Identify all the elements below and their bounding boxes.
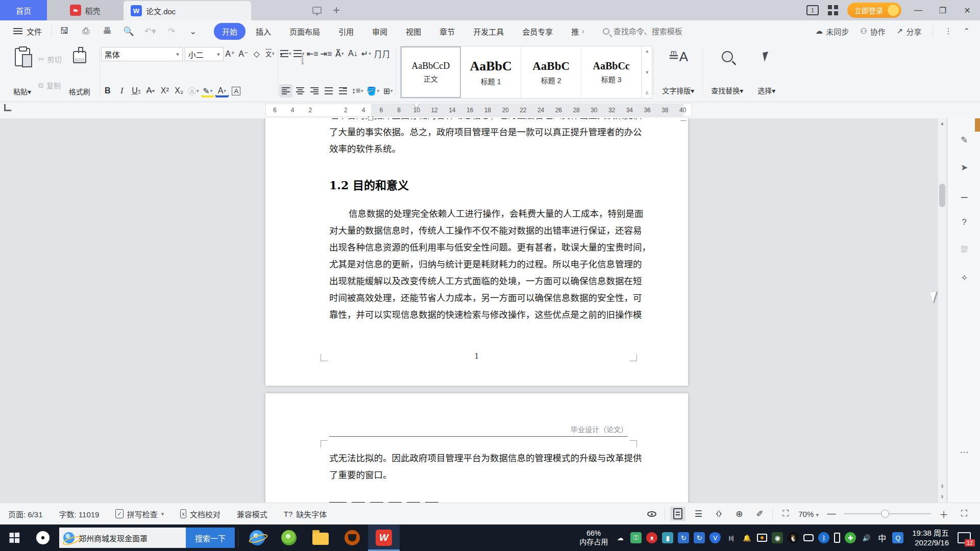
scrollbar-thumb[interactable] [939,184,945,207]
clear-format-button[interactable]: ◇ [250,47,263,60]
superscript-button[interactable]: X² [158,84,172,97]
window-mode-icon[interactable]: 1 [806,5,819,15]
ellipsis-icon[interactable]: ⋯ [957,445,971,459]
tab-recommend-truncated[interactable]: 推 [563,23,580,40]
char-scale-button[interactable]: ⺆⺆ [373,47,391,60]
tabs-overflow-arrow[interactable]: › [582,27,589,35]
pointer-icon[interactable]: ➤ [957,160,971,174]
highlight-color-button[interactable]: ✎▾ [201,84,214,97]
align-left-button[interactable] [279,84,292,97]
tag-tool-icon[interactable]: ⟡ [957,270,971,285]
select-button[interactable]: 选择▾ [750,46,782,98]
justify-button[interactable] [322,84,335,97]
cat-app-button[interactable] [336,524,368,551]
find-replace-button[interactable]: 查找替换▾ [704,46,750,98]
document-area[interactable]: 理平台的数据库里面存储的各种动态信息，也为上层管理人员作出重大决策提供 了大量的… [0,118,980,503]
projector-icon[interactable] [803,534,814,541]
sync-check-icon[interactable]: ↻ [678,532,689,543]
compat-mode[interactable]: 兼容模式 [229,509,276,519]
page-1[interactable]: 理平台的数据库里面存储的各种动态信息，也为上层管理人员作出重大决策提供 了大量的… [265,118,688,386]
save-icon[interactable]: 🖫 [59,26,70,37]
quick-search-icon[interactable]: Q [892,532,903,543]
help-icon[interactable]: ? [957,215,971,230]
tab-dev-tools[interactable]: 开发工具 [465,23,512,40]
new-tab-button[interactable]: + [333,4,340,16]
login-button[interactable]: 立即登录 [847,3,901,18]
styles-up-icon[interactable]: ▲ [645,48,649,54]
collapse-ribbon-icon[interactable]: ⌃ [963,27,970,36]
styles-down-icon[interactable]: ▼ [645,70,649,75]
tab-selector-icon[interactable] [4,104,11,111]
bell-icon[interactable]: 🔔 [741,532,752,543]
text-layout-button[interactable]: ≞A 文字排版▾ [655,46,701,98]
tab-member[interactable]: 会员专享 [514,23,561,40]
character-border-button[interactable]: A [230,84,243,97]
text-direction-button[interactable]: A↓ [346,47,359,60]
page-2[interactable]: 毕业设计（论文） 式无法比拟的。因此政府项目管理平台为数据信息的管理模式的升级与… [265,393,688,503]
file-menu-button[interactable]: 文件 [0,26,51,37]
more-options-icon[interactable]: ⋮ [944,27,952,36]
weather-icon[interactable]: ☁ [615,532,626,543]
format-painter-button[interactable]: 格式刷 [65,46,94,98]
shading-button[interactable]: 🪣▾ [365,84,381,97]
undo-icon[interactable]: ↶▾ [144,26,156,37]
wps-taskbar-button[interactable]: W [368,524,400,551]
bluetooth-icon[interactable]: ᛒ [818,532,829,543]
tab-docer[interactable]: ❧ 稻壳 [47,0,124,20]
usb-green-icon[interactable]: ⚿ [630,532,642,543]
style-heading1[interactable]: AaBbC 标题 1 [461,46,521,98]
mini-page-icon[interactable]: ⧉ [957,118,971,120]
font-size-select[interactable]: 小二 ▾ [185,47,224,61]
text-effects-button[interactable]: Ⓐ▾ [187,84,200,97]
export-icon[interactable]: ⎙ [80,26,91,37]
wifi-icon[interactable]: 〣 [725,532,737,543]
tab-view[interactable]: 视图 [398,23,429,40]
usb-blue-icon[interactable]: ▮ [662,532,673,543]
tab-review[interactable]: 审阅 [364,23,396,40]
distribute-button[interactable]: ⃡ [336,84,350,97]
eye-protect-icon[interactable] [644,507,659,521]
pinyin-guide-button[interactable]: 文▾ [263,47,277,60]
tab-page-layout[interactable]: 页面布局 [281,23,328,40]
minimize-button[interactable]: — [911,6,926,15]
tab-home[interactable]: 首页 [0,0,47,20]
command-search[interactable] [603,27,736,36]
right-indent-marker[interactable] [680,113,687,120]
share-button[interactable]: ↗ 分享 [897,26,922,37]
zoom-in-button[interactable]: ＋ [936,507,951,521]
fullscreen-icon[interactable]: ⛶ [957,507,972,521]
monitor-icon[interactable] [312,7,322,14]
print-preview-icon[interactable]: 🔍 [123,26,134,37]
zoom-level[interactable]: 70% ▾ [798,510,819,518]
ink-pen-icon[interactable]: ✐ [752,507,767,521]
ie-taskbar-button[interactable] [241,524,273,551]
page-view-icon[interactable] [670,507,685,521]
scroll-up-icon[interactable]: ▲ [938,120,946,126]
underline-button[interactable]: U▾ [130,84,143,97]
decrease-font-button[interactable]: A⁻ [237,47,250,60]
zoom-out-button[interactable]: — [824,507,839,521]
paragraph-mark-button[interactable]: ↵▾ [359,47,373,60]
graphics-icon[interactable]: ◉ [772,532,783,543]
maximize-button[interactable]: ❐ [935,6,950,15]
taskbar-search-input[interactable] [79,534,186,542]
qq-icon[interactable]: 🐧 [788,532,799,543]
shield-icon[interactable]: V [709,532,721,543]
sync-status[interactable]: ☁ 未同步 [815,26,849,37]
spell-check-button[interactable]: ✓ 拼写检查 ▾ [107,509,172,519]
window-grid-icon[interactable] [828,5,838,15]
vertical-scrollbar[interactable]: ▲ ⇞ ⇟ [938,118,946,503]
paste-button[interactable]: 粘贴▾ [9,46,35,98]
style-heading2[interactable]: AaBbC 标题 2 [521,46,581,98]
clock[interactable]: 19:38 周五 2022/9/16 [912,528,949,547]
styles-more-icon[interactable]: ≚ [645,91,649,96]
zoom-slider[interactable] [844,513,931,514]
zoom-slider-knob[interactable] [881,510,889,518]
read-view-icon[interactable]: ⧼⧽ [711,507,726,521]
command-search-input[interactable] [614,27,726,36]
doc-proof-button[interactable]: x 文档校对 [172,509,229,519]
tab-document[interactable]: W 论文.doc [124,1,251,20]
memory-indicator[interactable]: 66% 内存占用 [579,529,608,546]
borders-button[interactable]: ⊞▾ [381,84,395,97]
notification-center-icon[interactable]: 12 [958,532,971,543]
